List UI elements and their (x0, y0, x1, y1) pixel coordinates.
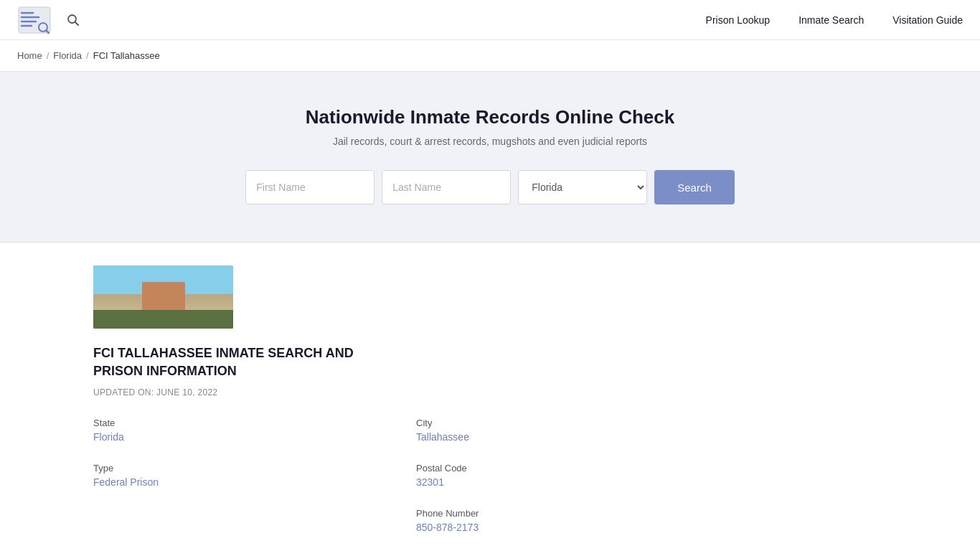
breadcrumb-state[interactable]: Florida (53, 50, 82, 61)
state-label: State (93, 418, 416, 428)
prison-image-inner (93, 265, 233, 329)
info-state: State Florida (93, 418, 416, 443)
info-postal-code: Postal Code 32301 (416, 463, 739, 488)
main-nav: Prison Lookup Inmate Search Visitation G… (706, 14, 963, 26)
nav-inmate-search[interactable]: Inmate Search (798, 14, 864, 26)
header-search-button[interactable] (60, 7, 86, 33)
info-city: City Tallahassee (416, 418, 739, 443)
state-select[interactable]: AlabamaAlaskaArizonaArkansasCaliforniaCo… (518, 170, 647, 204)
last-name-input[interactable] (382, 170, 511, 204)
svg-rect-0 (19, 7, 50, 33)
postal-code-value: 32301 (416, 476, 739, 488)
nav-visitation-guide[interactable]: Visitation Guide (892, 14, 963, 26)
svg-line-8 (75, 22, 79, 25)
first-name-input[interactable] (245, 170, 374, 204)
main-content: FCI TALLAHASSEE INMATE SEARCH AND PRISON… (0, 242, 980, 551)
phone-value: 850-878-2173 (416, 522, 739, 533)
breadcrumb-separator-1: / (47, 50, 50, 61)
site-logo (17, 6, 52, 34)
prison-heading-line1: FCI TALLAHASSEE INMATE SEARCH AND (93, 346, 354, 360)
search-form: AlabamaAlaskaArizonaArkansasCaliforniaCo… (17, 170, 963, 204)
prison-heading: FCI TALLAHASSEE INMATE SEARCH AND PRISON… (93, 344, 452, 380)
breadcrumb-separator-2: / (86, 50, 89, 61)
updated-date: UPDATED ON: JUNE 10, 2022 (93, 387, 887, 397)
search-icon (67, 14, 80, 27)
info-col-right: City Tallahassee Postal Code 32301 Phone… (416, 418, 739, 551)
type-label: Type (93, 463, 416, 474)
search-button[interactable]: Search (654, 170, 735, 204)
city-value: Tallahassee (416, 431, 739, 443)
state-value: Florida (93, 431, 416, 443)
site-header: Prison Lookup Inmate Search Visitation G… (0, 0, 980, 40)
type-value: Federal Prison (93, 476, 416, 488)
prison-heading-line2: PRISON INFORMATION (93, 364, 237, 378)
breadcrumb: Home / Florida / FCI Tallahassee (0, 40, 980, 72)
hero-subtitle: Jail records, court & arrest records, mu… (17, 136, 963, 147)
hero-section: Nationwide Inmate Records Online Check J… (0, 72, 980, 242)
info-grid: State Florida Type Federal Prison City T… (93, 418, 739, 551)
phone-label: Phone Number (416, 508, 739, 519)
info-phone: Phone Number 850-878-2173 (416, 508, 739, 533)
info-type: Type Federal Prison (93, 463, 416, 488)
hero-title: Nationwide Inmate Records Online Check (17, 106, 963, 128)
breadcrumb-home[interactable]: Home (17, 50, 42, 61)
breadcrumb-facility: FCI Tallahassee (93, 50, 160, 61)
prison-image (93, 265, 233, 329)
info-col-left: State Florida Type Federal Prison (93, 418, 416, 551)
header-left (17, 6, 86, 34)
city-label: City (416, 418, 739, 428)
nav-prison-lookup[interactable]: Prison Lookup (706, 14, 771, 26)
postal-code-label: Postal Code (416, 463, 739, 474)
